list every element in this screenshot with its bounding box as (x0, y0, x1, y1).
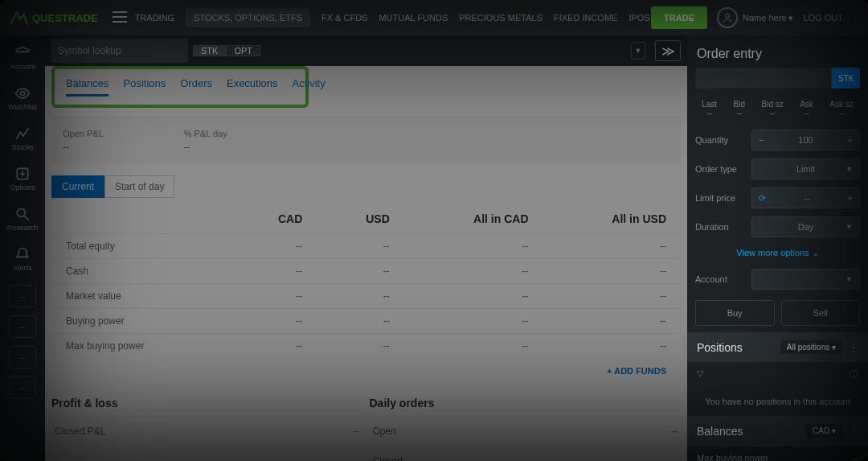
filter-icon[interactable]: ▽ (697, 368, 703, 381)
sidebar-slot-4[interactable]: -- (9, 377, 36, 399)
chevron-down-icon: ▼ (845, 223, 853, 231)
positions-title: Positions (697, 341, 743, 354)
balances-table: CADUSDAll in CADAll in USD Total equity-… (51, 204, 681, 358)
symbol-input[interactable] (51, 39, 188, 63)
col-allusd: All in USD (543, 204, 682, 234)
nav-mutual[interactable]: MUTUAL FUNDS (379, 13, 448, 23)
top-bar: QUESTRADE TRADING STOCKS, OPTIONS, ETFS … (0, 0, 868, 35)
col-allcad: All in CAD (404, 204, 543, 234)
add-funds-link[interactable]: + ADD FUNDS (51, 358, 681, 384)
table-row: Max buying power-------- (51, 334, 681, 359)
nav-ipos[interactable]: IPOS (628, 13, 649, 23)
menu-icon[interactable] (113, 11, 127, 24)
balances-title: Balances (697, 425, 743, 438)
sidebar-slot-3[interactable]: -- (9, 346, 36, 368)
nav-stocks[interactable]: STOCKS, OPTIONS, ETFS (186, 8, 310, 27)
more-icon[interactable]: ⋮ (849, 342, 858, 353)
tab-orders[interactable]: Orders (180, 77, 212, 97)
svg-point-3 (17, 208, 25, 216)
daily-orders-title: Daily orders (370, 397, 682, 410)
ordertype-label: Order type (695, 164, 745, 174)
sym-dropdown-icon[interactable]: ▼ (631, 42, 645, 60)
sidebar-options[interactable]: Options (0, 161, 45, 196)
nav-fx[interactable]: FX & CFDS (321, 13, 367, 23)
sidebar-watchlist[interactable]: Watchlist (0, 80, 45, 116)
positions-filter[interactable]: All positions ▾ (780, 340, 842, 354)
chevron-down-icon: ▼ (845, 275, 853, 283)
account-select[interactable]: ▼ (751, 269, 860, 290)
qty-field[interactable]: −100+ (751, 130, 860, 150)
limitprice-field[interactable]: ⟳--+ (751, 187, 860, 208)
refresh-icon[interactable]: ⟳ (759, 193, 766, 204)
tab-activity[interactable]: Activity (293, 77, 326, 97)
sidebar-stocks[interactable]: Stocks (0, 121, 45, 156)
duration-label: Duration (695, 222, 745, 232)
no-positions-text: You have no positions in this account (687, 387, 868, 416)
table-row: Market value-------- (51, 284, 681, 309)
col-cad: CAD (229, 204, 317, 234)
sidebar-slot-2[interactable]: -- (9, 315, 36, 338)
right-panel: Order entry STK OPT Last-- Bid-- Bid sz-… (687, 35, 868, 461)
pnl-summary: Open P&L-- % P&L day-- (51, 116, 681, 164)
profit-loss-title: Profit & loss (51, 397, 363, 410)
do-row: Closed-- (370, 446, 682, 461)
nav-trading[interactable]: TRADING (135, 13, 175, 23)
ordertype-select[interactable]: Limit▼ (751, 158, 860, 179)
tab-start-of-day[interactable]: Start of day (104, 175, 174, 198)
pl-row: Closed P&L-- (51, 416, 363, 446)
sidebar: Account Watchlist Stocks Options Researc… (0, 35, 45, 461)
chevron-down-icon: ▼ (845, 165, 853, 173)
view-more-options[interactable]: View more options ⌄ (687, 241, 868, 265)
sidebar-alerts[interactable]: Alerts (0, 241, 45, 277)
order-entry-title: Order entry (687, 35, 868, 68)
sidebar-research[interactable]: Research (0, 201, 45, 237)
symbol-bar: STK OPT ▼ ≫ (45, 35, 687, 66)
plus-icon[interactable]: + (848, 135, 853, 145)
more-icon[interactable]: ⋮ (849, 426, 858, 437)
pct-pnl-label: % P&L day (184, 129, 227, 138)
account-tabs-highlight: Balances Positions Orders Executions Act… (51, 66, 309, 108)
pl-row: -- (51, 446, 363, 461)
tab-positions[interactable]: Positions (123, 77, 166, 97)
sym-stk[interactable]: STK (193, 45, 226, 56)
sym-go-icon[interactable]: ≫ (655, 40, 681, 61)
chevron-down-icon: ⌄ (812, 248, 819, 257)
open-pnl-label: Open P&L (63, 129, 104, 138)
pct-pnl-value: -- (184, 142, 227, 151)
quote-row: Last-- Bid-- Bid sz-- Ask-- Ask sz-- (687, 97, 868, 126)
info-icon[interactable]: ⓘ (850, 368, 858, 381)
plus-icon[interactable]: + (848, 193, 853, 203)
tab-executions[interactable]: Executions (227, 77, 278, 97)
nav-fixed[interactable]: FIXED INCOME (554, 13, 617, 23)
table-row: Cash-------- (51, 259, 681, 284)
more-icon[interactable]: ⋮ (851, 13, 860, 23)
account-label: Account (695, 274, 745, 284)
sidebar-slot-1[interactable]: -- (9, 285, 36, 307)
table-row: Total equity-------- (51, 234, 681, 259)
oe-symbol-input[interactable] (695, 68, 831, 88)
duration-select[interactable]: Day▼ (751, 216, 860, 237)
balances-currency[interactable]: CAD ▾ (806, 424, 842, 438)
top-nav: TRADING STOCKS, OPTIONS, ETFS FX & CFDS … (135, 8, 650, 27)
oe-stk[interactable]: STK (831, 68, 860, 88)
sym-opt[interactable]: OPT (226, 45, 260, 56)
col-usd: USD (317, 204, 403, 234)
nav-metals[interactable]: PRECIOUS METALS (459, 13, 542, 23)
tab-current[interactable]: Current (51, 175, 104, 198)
bal-row: Max buying power-- (687, 446, 868, 461)
trade-button[interactable]: TRADE (651, 6, 707, 29)
minus-icon[interactable]: − (759, 135, 764, 145)
logout-link[interactable]: LOG OUT (803, 13, 843, 23)
do-row: Open-- (370, 416, 682, 446)
svg-point-1 (21, 92, 25, 96)
sell-button[interactable]: Sell (781, 300, 861, 326)
svg-point-0 (726, 14, 730, 18)
avatar[interactable] (717, 7, 738, 28)
sidebar-account[interactable]: Account (0, 40, 45, 76)
table-row: Buying power-------- (51, 309, 681, 334)
logo: QUESTRADE (8, 7, 98, 28)
buy-button[interactable]: Buy (695, 300, 775, 326)
qty-label: Quantity (695, 135, 745, 145)
username[interactable]: Name here ▾ (743, 13, 793, 23)
tab-balances[interactable]: Balances (66, 77, 108, 97)
